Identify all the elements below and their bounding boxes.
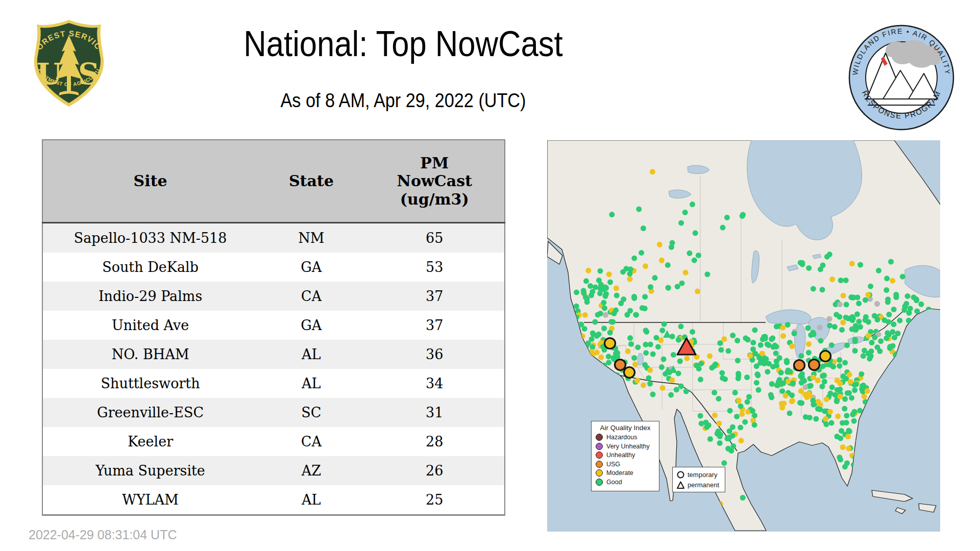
table-row: WYLAMAL25 — [42, 485, 505, 515]
column-header-site: Site — [42, 140, 258, 223]
column-header-pm: PM NowCast (ug/m3) — [364, 140, 505, 223]
permanent-triangle-icon — [676, 481, 685, 489]
table-row: Sapello-1033 NM-518NM65 — [42, 223, 505, 253]
site-cell: WYLAM — [42, 485, 258, 515]
site-cell: Sapello-1033 NM-518 — [42, 223, 258, 253]
pm-header-line2: NowCast — [397, 172, 472, 190]
hazardous-swatch-icon — [596, 434, 603, 441]
table-row: United AveGA37 — [42, 311, 505, 340]
pm-cell: 37 — [364, 311, 505, 340]
pm-cell: 53 — [364, 253, 505, 282]
state-cell: CA — [258, 427, 364, 456]
site-cell: South DeKalb — [42, 253, 258, 282]
state-cell: AZ — [258, 456, 364, 485]
table-row: Indio-29 PalmsCA37 — [42, 282, 505, 311]
table-header: Site State PM NowCast (ug/m3) — [42, 140, 505, 223]
aqi-legend-label: Hazardous — [606, 434, 637, 441]
site-cell: NO. BHAM — [42, 340, 258, 369]
table-row: ShuttlesworthAL34 — [42, 369, 505, 398]
state-cell: AL — [258, 340, 364, 369]
aqi-legend: Air Quality Index HazardousVery Unhealth… — [591, 421, 659, 491]
aqi-legend-item: Unhealthy — [596, 452, 655, 459]
top-site-circle-marker — [615, 360, 626, 370]
pm-cell: 37 — [364, 282, 505, 311]
table-row: South DeKalbGA53 — [42, 253, 505, 282]
pm-cell: 36 — [364, 340, 505, 369]
marker-legend-item: permanent — [676, 480, 721, 490]
table-row: Greenville-ESCSC31 — [42, 398, 505, 427]
aqi-legend-label: Unhealthy — [606, 452, 635, 459]
state-cell: NM — [258, 223, 364, 253]
pm-cell: 25 — [364, 485, 505, 515]
aqi-legend-item: Very Unhealthy — [596, 443, 655, 450]
aqi-map: Air Quality Index HazardousVery Unhealth… — [547, 140, 940, 532]
top-site-circle-marker — [794, 360, 805, 371]
table-row: Yuma SupersiteAZ26 — [42, 456, 505, 485]
pm-cell: 34 — [364, 369, 505, 398]
top-site-circle-marker — [624, 367, 635, 378]
pm-cell: 65 — [364, 223, 505, 253]
usg-swatch-icon — [596, 461, 603, 468]
temporary-circle-icon — [676, 470, 685, 479]
site-cell: United Ave — [42, 311, 258, 340]
nowcast-table-wrap: Site State PM NowCast (ug/m3) Sapello-10… — [42, 139, 505, 516]
state-cell: AL — [258, 485, 364, 515]
aqi-legend-item: Good — [596, 479, 655, 486]
site-cell: Shuttlesworth — [42, 369, 258, 398]
state-cell: SC — [258, 398, 364, 427]
site-cell: Greenville-ESC — [42, 398, 258, 427]
page-subtitle: As of 8 AM, Apr 29, 2022 (UTC) — [86, 90, 720, 112]
very_unhealthy-swatch-icon — [596, 443, 603, 450]
table-row: NO. BHAMAL36 — [42, 340, 505, 369]
pm-cell: 31 — [364, 398, 505, 427]
pm-header-line1: PM — [420, 154, 449, 172]
state-cell: GA — [258, 253, 364, 282]
top-site-circle-marker — [809, 360, 820, 370]
column-header-state: State — [258, 140, 364, 223]
unhealthy-swatch-icon — [596, 452, 603, 459]
state-cell: GA — [258, 311, 364, 340]
aqi-legend-label: Very Unhealthy — [606, 443, 650, 450]
aqi-legend-item: Moderate — [596, 469, 655, 477]
moderate-swatch-icon — [596, 469, 603, 477]
nowcast-table: Site State PM NowCast (ug/m3) Sapello-10… — [42, 139, 505, 516]
site-cell: Indio-29 Palms — [42, 282, 258, 311]
aqi-legend-item: Hazardous — [596, 434, 655, 441]
generated-timestamp: 2022-04-29 08:31:04 UTC — [29, 528, 177, 542]
marker-legend-item: temporary — [676, 469, 721, 480]
report-page: FOREST SERVICE U S DEPARTMENT OF AGRICUL… — [0, 0, 980, 551]
aqi-legend-label: Good — [606, 479, 622, 486]
table-row: KeelerCA28 — [42, 427, 505, 456]
marker-type-legend: temporarypermanent — [672, 467, 725, 492]
marker-legend-label: temporary — [688, 471, 718, 479]
pm-header-line3: (ug/m3) — [400, 190, 469, 208]
pm-cell: 26 — [364, 456, 505, 485]
aqi-legend-item: USG — [596, 461, 655, 468]
aqi-legend-label: Moderate — [606, 469, 633, 477]
state-cell: AL — [258, 369, 364, 398]
wfaqrp-logo: WILDLAND FIRE • AIR QUALITY RESPONSE PRO… — [847, 23, 955, 132]
aqi-legend-title: Air Quality Index — [596, 424, 655, 432]
page-title: National: Top NowCast — [93, 23, 713, 64]
table-body: Sapello-1033 NM-518NM65South DeKalbGA53I… — [42, 223, 505, 515]
site-cell: Yuma Supersite — [42, 456, 258, 485]
top-site-circle-marker — [820, 351, 831, 362]
site-cell: Keeler — [42, 427, 258, 456]
marker-legend-label: permanent — [688, 481, 719, 489]
good-swatch-icon — [596, 479, 603, 486]
pm-cell: 28 — [364, 427, 505, 456]
top-site-circle-marker — [605, 338, 616, 349]
state-cell: CA — [258, 282, 364, 311]
aqi-legend-label: USG — [606, 461, 620, 468]
